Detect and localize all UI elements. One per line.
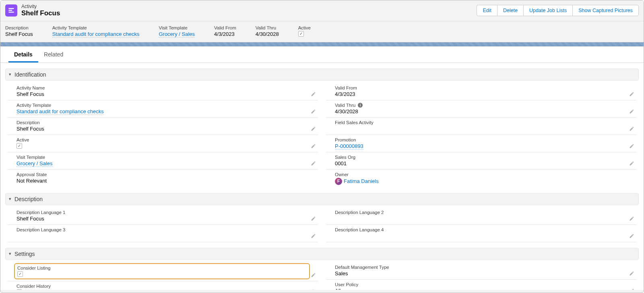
header-actions: Edit Delete Update Job Lists Show Captur…: [477, 5, 639, 16]
hl-active-label: Active: [298, 25, 311, 30]
edit-button[interactable]: Edit: [477, 5, 497, 16]
field-sales-activity-label: Field Sales Activity: [335, 120, 626, 125]
edit-visit-template-icon[interactable]: [310, 160, 316, 167]
sales-org-value: 0001: [335, 160, 626, 167]
active-label: Active: [17, 137, 308, 142]
hl-valid-from-label: Valid From: [214, 25, 236, 30]
edit-valid-from-icon[interactable]: [628, 91, 635, 98]
chevron-down-icon: ▾: [9, 72, 11, 77]
section-settings-title: Settings: [14, 251, 35, 257]
chevron-down-icon: ▾: [9, 196, 11, 202]
edit-desc-lang2-icon[interactable]: [628, 216, 635, 222]
edit-desc-lang3-icon[interactable]: [310, 233, 316, 239]
user-policy-value: All: [335, 288, 626, 290]
desc-lang3-value: [17, 233, 308, 239]
tab-related[interactable]: Related: [38, 46, 69, 62]
hl-visit-template-label: Visit Template: [159, 25, 195, 30]
edit-valid-thru-icon[interactable]: [628, 108, 635, 115]
hl-visit-template-link[interactable]: Grocery / Sales: [159, 31, 195, 37]
record-type-label: Activity: [21, 4, 60, 9]
activity-template-link[interactable]: Standard audit for compliance checks: [17, 108, 104, 115]
hl-valid-thru-value: 4/30/2028: [256, 31, 279, 37]
active-checkbox: ✓: [17, 143, 22, 149]
svg-rect-1: [8, 10, 12, 11]
update-job-lists-button[interactable]: Update Job Lists: [523, 5, 573, 16]
valid-from-label: Valid From: [335, 85, 626, 90]
desc-lang4-value: [335, 233, 626, 239]
record-title: Shelf Focus: [21, 9, 60, 17]
hl-active-checkbox: ✓: [298, 31, 304, 37]
section-identification-title: Identification: [14, 71, 46, 78]
delete-button[interactable]: Delete: [497, 5, 524, 16]
hl-valid-from-value: 4/3/2023: [214, 31, 236, 37]
description-value: Shelf Focus: [17, 126, 308, 132]
desc-lang1-value: Shelf Focus: [17, 216, 308, 222]
activity-name-label: Activity Name: [17, 85, 308, 90]
record-header: Activity Shelf Focus Edit Delete Update …: [0, 0, 644, 21]
section-description-title: Description: [14, 196, 43, 202]
edit-activity-name-icon[interactable]: [310, 91, 316, 98]
default-management-type-label: Default Management Type: [335, 265, 626, 270]
chevron-down-icon: ▾: [9, 251, 11, 256]
desc-lang4-label: Description Language 4: [335, 227, 626, 232]
edit-sales-org-icon[interactable]: [628, 160, 635, 167]
edit-description-icon[interactable]: [310, 126, 316, 132]
edit-desc-lang1-icon[interactable]: [310, 216, 316, 222]
svg-rect-2: [8, 12, 14, 12]
approval-state-value: Not Relevant: [17, 178, 308, 184]
desc-lang1-label: Description Language 1: [17, 210, 308, 215]
show-captured-pictures-button[interactable]: Show Captured Pictures: [572, 5, 639, 16]
consider-listing-label: Consider Listing: [17, 266, 307, 270]
consider-listing-highlight: Consider Listing ✓: [14, 263, 310, 279]
promotion-label: Promotion: [335, 137, 626, 142]
info-icon[interactable]: i: [358, 103, 363, 108]
promotion-link[interactable]: P-00000893: [335, 143, 363, 150]
consider-listing-checkbox: ✓: [17, 271, 23, 277]
activity-name-value: Shelf Focus: [17, 91, 308, 98]
default-management-type-value: Sales: [335, 270, 626, 277]
hl-valid-thru-label: Valid Thru: [256, 25, 279, 30]
approval-state-label: Approval State: [17, 172, 308, 177]
svg-rect-0: [8, 8, 14, 9]
user-policy-label: User Policy: [335, 282, 626, 287]
desc-lang2-label: Description Language 2: [335, 210, 626, 215]
hl-description-label: Description: [5, 25, 33, 30]
desc-lang3-label: Description Language 3: [17, 227, 308, 232]
section-identification-header[interactable]: ▾ Identification: [5, 69, 639, 81]
edit-activity-template-icon[interactable]: [310, 108, 316, 115]
tab-details[interactable]: Details: [8, 46, 38, 62]
edit-default-management-type-icon[interactable]: [628, 270, 635, 277]
valid-from-value: 4/3/2023: [335, 91, 626, 98]
edit-field-sales-activity-icon[interactable]: [628, 126, 635, 132]
hl-description-value: Shelf Focus: [5, 31, 33, 37]
edit-consider-listing-icon[interactable]: [310, 272, 316, 278]
activity-template-label: Activity Template: [17, 103, 308, 108]
tab-bar: Details Related: [0, 46, 644, 63]
valid-thru-label: Valid Thru: [335, 103, 355, 108]
section-description-header[interactable]: ▾ Description: [5, 193, 639, 205]
valid-thru-value: 4/30/2028: [335, 108, 626, 115]
owner-avatar-icon: F: [335, 178, 342, 185]
desc-lang2-value: [335, 216, 626, 222]
highlights-panel: Description Shelf Focus Activity Templat…: [0, 21, 644, 42]
visit-template-link[interactable]: Grocery / Sales: [17, 160, 53, 167]
field-sales-activity-value: [335, 126, 626, 132]
owner-label: Owner: [335, 172, 626, 177]
edit-user-policy-icon[interactable]: [628, 288, 635, 290]
hl-activity-template-link[interactable]: Standard audit for compliance checks: [52, 31, 140, 37]
consider-history-label: Consider History: [17, 284, 308, 289]
hl-activity-template-label: Activity Template: [52, 25, 140, 30]
activity-record-icon: [5, 4, 17, 17]
path-ribbon: [0, 42, 644, 46]
details-content: ▾ Identification Activity Name Shelf Foc…: [0, 63, 644, 290]
description-label: Description: [17, 120, 308, 125]
edit-consider-history-icon[interactable]: [310, 289, 316, 290]
edit-promotion-icon[interactable]: [628, 143, 635, 150]
edit-desc-lang4-icon[interactable]: [628, 233, 635, 239]
visit-template-label: Visit Template: [17, 155, 308, 160]
edit-active-icon[interactable]: [310, 143, 316, 150]
section-settings-header[interactable]: ▾ Settings: [5, 248, 639, 260]
sales-org-label: Sales Org: [335, 155, 626, 160]
consider-history-checkbox: ✓: [17, 289, 22, 290]
owner-link[interactable]: Fatima Daniels: [344, 178, 379, 184]
